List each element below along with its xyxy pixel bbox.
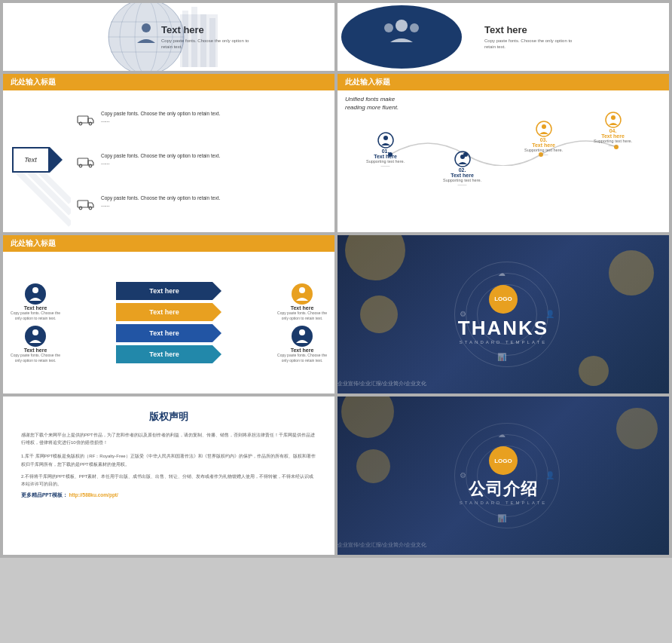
- btn-teal-label: Text here: [149, 351, 179, 358]
- step1-icon: [377, 132, 394, 149]
- center-arrows: Text here Text here Text here: [65, 282, 273, 363]
- item-text-2: Copy paste fonts. Choose the only option…: [101, 152, 220, 165]
- step-3: 03. Text here Supporting text here. ——: [524, 121, 563, 157]
- step-1: 01. Text here Supporting text here. ——: [366, 132, 405, 168]
- left-persons: Text here Copy paste fonts. Choose the o…: [9, 283, 62, 363]
- arrow-body: Text: [12, 147, 50, 173]
- item-text-1: Copy paste fonts. Choose the only option…: [101, 110, 220, 123]
- copyright-title: 版权声明: [21, 410, 316, 424]
- person-4: Text here Copy paste fonts. Choose the o…: [276, 325, 328, 363]
- btn-blue2-body: Text here: [116, 324, 212, 342]
- arrow-section: Text: [3, 90, 71, 232]
- svg-point-7: [142, 23, 151, 32]
- person1-label: Text here: [24, 305, 47, 311]
- item-main-text: Copy paste fonts. Choose the only option…: [101, 110, 220, 118]
- svg-point-24: [79, 164, 82, 167]
- person2-label: Text here: [291, 305, 314, 311]
- list-item: Copy paste fonts. Choose the only option…: [77, 152, 328, 170]
- svg-text:⚙: ⚙: [460, 310, 466, 318]
- btn-teal[interactable]: Text here: [116, 345, 221, 363]
- person4-label: Text here: [291, 348, 314, 353]
- step-2: 02. Text here Supporting text here. ——: [443, 151, 481, 187]
- svg-rect-20: [78, 116, 88, 123]
- slide-7: 版权声明 感谢您下载个来网平台上提供的PPT作品，为了您和作者的以及原创作者的利…: [3, 397, 334, 555]
- svg-point-41: [25, 283, 46, 305]
- svg-rect-10: [191, 7, 197, 67]
- btn-gold-label: Text here: [149, 308, 179, 316]
- svg-point-25: [89, 164, 92, 167]
- slide2-text-here: Text here: [484, 24, 582, 35]
- btn-blue-label: Text here: [149, 287, 179, 295]
- slide2-sub-text: Copy paste fonts. Choose the only option…: [484, 38, 582, 51]
- person1-icon: [24, 283, 47, 305]
- btn-blue2[interactable]: Text here: [116, 324, 221, 342]
- truck-icon-3: [77, 194, 95, 213]
- person4-icon: [291, 325, 313, 348]
- slide5-header: 此处输入标题: [3, 235, 334, 252]
- svg-point-40: [611, 115, 615, 120]
- item-dots: ......: [101, 160, 220, 165]
- slide-3: 此处输入标题 Text: [3, 74, 334, 232]
- item-dots: ......: [101, 202, 220, 207]
- link-url[interactable]: http://588ku.com/ppt/: [69, 492, 118, 498]
- step3-dots: ——: [539, 152, 548, 157]
- items-section: Copy paste fonts. Choose the only option…: [71, 90, 334, 232]
- person4-sub: Copy paste fonts. Choose the only option…: [276, 353, 328, 363]
- btn-blue-tip: [212, 282, 221, 300]
- arrow-tip: [50, 147, 63, 173]
- slide-8: LOGO 公司介绍 STANDARD TEMPLATE 企业宣传/企业汇报/企业…: [338, 397, 669, 555]
- svg-point-16: [410, 23, 419, 32]
- step3-num: 03.: [540, 137, 548, 142]
- btn-blue[interactable]: Text here: [116, 282, 221, 300]
- svg-text:👤: 👤: [545, 470, 555, 480]
- svg-point-44: [32, 329, 38, 335]
- svg-point-43: [25, 326, 46, 347]
- svg-point-46: [299, 287, 305, 293]
- svg-point-27: [79, 207, 82, 210]
- oval-shape: [338, 3, 466, 71]
- svg-point-36: [460, 155, 465, 159]
- btn-blue-body: Text here: [116, 282, 212, 300]
- slide-2: Text here Copy paste fonts. Choose the o…: [338, 3, 669, 71]
- globe-visual: [63, 3, 229, 71]
- slide4-header: 此处输入标题: [338, 74, 669, 90]
- slide-1: Text here Copy paste fonts. Choose the o…: [3, 3, 334, 71]
- step2-dots: ——: [458, 182, 467, 187]
- copyright-para2: 1.库千 库网PPT模板是免版权的（RF：Royalty-Free）正版受《中华…: [21, 452, 316, 467]
- slide5-header-text: 此处输入标题: [11, 239, 56, 247]
- svg-point-22: [89, 122, 92, 125]
- svg-point-21: [79, 122, 82, 125]
- svg-text:📊: 📊: [497, 352, 507, 362]
- slide3-header: 此处输入标题: [3, 74, 334, 90]
- svg-point-38: [542, 124, 546, 129]
- slide2-text: Text here Copy paste fonts. Choose the o…: [484, 24, 582, 51]
- svg-text:👤: 👤: [545, 309, 555, 319]
- slide4-header-text: 此处输入标题: [345, 78, 390, 86]
- svg-point-42: [32, 287, 38, 293]
- arrow-body-text: Text: [24, 156, 37, 164]
- person2-sub: Copy paste fonts. Choose the only option…: [276, 311, 328, 320]
- item-main-text: Copy paste fonts. Choose the only option…: [101, 152, 220, 160]
- step4-label: Text here: [601, 133, 625, 139]
- svg-point-13: [341, 5, 462, 69]
- unified-text: Unified fonts make reading more fluent.: [345, 95, 413, 112]
- person1-sub: Copy paste fonts. Choose the only option…: [9, 311, 62, 320]
- slide6-company-bar: 企业宣传/企业汇报/企业简介/企业文化: [338, 380, 426, 387]
- btn-teal-tip: [212, 345, 221, 363]
- step3-icon: [536, 121, 552, 137]
- step4-icon: [605, 112, 622, 128]
- svg-text:⚙: ⚙: [460, 471, 466, 479]
- person3-label: Text here: [24, 348, 47, 353]
- list-item: Copy paste fonts. Choose the only option…: [77, 110, 328, 128]
- btn-gold[interactable]: Text here: [116, 303, 221, 321]
- slide3-header-text: 此处输入标题: [11, 78, 56, 86]
- copyright-para1: 感谢您下载个来网平台上提供的PPT作品，为了您和作者的以及原创作者的利益，请勿复…: [21, 431, 316, 446]
- bg-grid: [11, 172, 71, 232]
- svg-point-14: [396, 20, 408, 32]
- slides-grid: Text here Copy paste fonts. Choose the o…: [0, 0, 672, 558]
- step2-label: Text here: [451, 173, 474, 178]
- item-main-text: Copy paste fonts. Choose the only option…: [101, 194, 220, 202]
- person-1: Text here Copy paste fonts. Choose the o…: [9, 283, 62, 320]
- btn-blue2-tip: [212, 324, 221, 342]
- step3-label: Text here: [532, 142, 555, 148]
